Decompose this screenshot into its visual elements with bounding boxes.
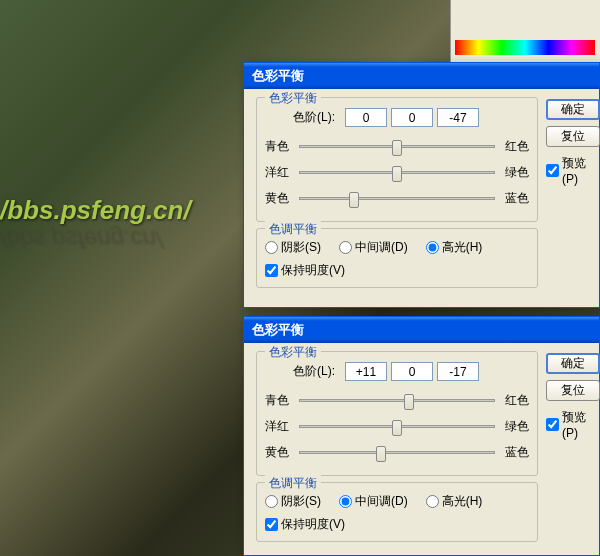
magenta-label: 洋红 <box>265 164 293 181</box>
slider-thumb[interactable] <box>376 446 386 462</box>
highlights-radio[interactable]: 高光(H) <box>426 493 483 510</box>
preview-checkbox[interactable]: 预览(P) <box>546 155 600 186</box>
blue-label: 蓝色 <box>501 190 529 207</box>
level-label: 色阶(L): <box>293 109 335 126</box>
midtones-radio[interactable]: 中间调(D) <box>339 239 408 256</box>
slider-thumb[interactable] <box>392 140 402 156</box>
fieldset-legend: 色彩平衡 <box>265 90 321 107</box>
level-magenta-green-input[interactable] <box>391 362 433 381</box>
cyan-red-slider[interactable] <box>299 145 495 148</box>
cyan-label: 青色 <box>265 392 293 409</box>
color-balance-dialog-2: 色彩平衡 色彩平衡 色阶(L): 青色 红色 洋红 绿色 黄色 <box>243 316 600 556</box>
yellow-blue-slider[interactable] <box>299 197 495 200</box>
color-balance-fieldset: 色彩平衡 色阶(L): 青色 红色 洋红 绿色 黄色 蓝色 <box>256 97 538 222</box>
hue-spectrum <box>455 40 595 55</box>
level-cyan-red-input[interactable] <box>345 362 387 381</box>
ok-button[interactable]: 确定 <box>546 99 600 120</box>
blue-label: 蓝色 <box>501 444 529 461</box>
shadows-radio[interactable]: 阴影(S) <box>265 493 321 510</box>
tone-balance-fieldset: 色调平衡 阴影(S) 中间调(D) 高光(H) 保持明度(V) <box>256 228 538 288</box>
green-label: 绿色 <box>501 418 529 435</box>
red-label: 红色 <box>501 392 529 409</box>
magenta-green-slider[interactable] <box>299 171 495 174</box>
preserve-luminosity-checkbox[interactable]: 保持明度(V) <box>265 262 529 279</box>
ok-button[interactable]: 确定 <box>546 353 600 374</box>
yellow-label: 黄色 <box>265 444 293 461</box>
level-yellow-blue-input[interactable] <box>437 108 479 127</box>
cancel-button[interactable]: 复位 <box>546 380 600 401</box>
tone-balance-fieldset: 色调平衡 阴影(S) 中间调(D) 高光(H) 保持明度(V) <box>256 482 538 542</box>
preview-checkbox[interactable]: 预览(P) <box>546 409 600 440</box>
slider-thumb[interactable] <box>392 166 402 182</box>
shadows-radio[interactable]: 阴影(S) <box>265 239 321 256</box>
red-label: 红色 <box>501 138 529 155</box>
highlights-radio[interactable]: 高光(H) <box>426 239 483 256</box>
color-balance-fieldset: 色彩平衡 色阶(L): 青色 红色 洋红 绿色 黄色 蓝色 <box>256 351 538 476</box>
level-magenta-green-input[interactable] <box>391 108 433 127</box>
dialog-titlebar[interactable]: 色彩平衡 <box>244 317 599 343</box>
magenta-green-slider[interactable] <box>299 425 495 428</box>
fieldset-legend: 色调平衡 <box>265 221 321 238</box>
watermark-reflection: /bbs.psfeng.cn/ <box>0 225 163 253</box>
level-cyan-red-input[interactable] <box>345 108 387 127</box>
midtones-radio[interactable]: 中间调(D) <box>339 493 408 510</box>
slider-thumb[interactable] <box>404 394 414 410</box>
level-yellow-blue-input[interactable] <box>437 362 479 381</box>
slider-thumb[interactable] <box>349 192 359 208</box>
green-label: 绿色 <box>501 164 529 181</box>
yellow-label: 黄色 <box>265 190 293 207</box>
cyan-label: 青色 <box>265 138 293 155</box>
dialog-titlebar[interactable]: 色彩平衡 <box>244 63 599 89</box>
cancel-button[interactable]: 复位 <box>546 126 600 147</box>
magenta-label: 洋红 <box>265 418 293 435</box>
color-balance-dialog-1: 色彩平衡 色彩平衡 色阶(L): 青色 红色 洋红 绿色 黄色 <box>243 62 600 308</box>
yellow-blue-slider[interactable] <box>299 451 495 454</box>
level-label: 色阶(L): <box>293 363 335 380</box>
slider-thumb[interactable] <box>392 420 402 436</box>
preserve-luminosity-checkbox[interactable]: 保持明度(V) <box>265 516 529 533</box>
cyan-red-slider[interactable] <box>299 399 495 402</box>
watermark-text: /bbs.psfeng.cn/ <box>0 195 191 226</box>
fieldset-legend: 色彩平衡 <box>265 344 321 361</box>
fieldset-legend: 色调平衡 <box>265 475 321 492</box>
